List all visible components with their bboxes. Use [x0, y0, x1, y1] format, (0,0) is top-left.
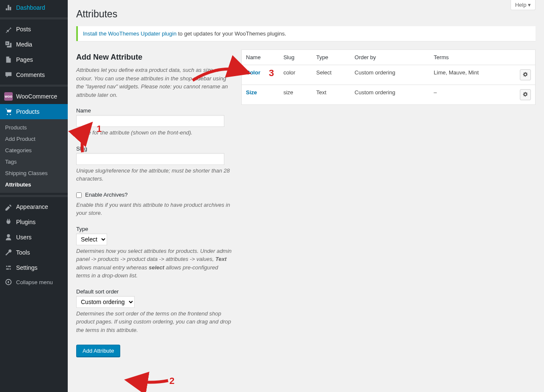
gear-icon: [522, 71, 528, 79]
nav-tools[interactable]: Tools: [0, 245, 68, 260]
woocommerce-icon: woo: [4, 92, 13, 101]
sort-help: Determines the sort order of the terms o…: [76, 310, 233, 334]
attr-orderby: Custom ordering: [351, 65, 430, 85]
sub-attributes[interactable]: Attributes: [0, 179, 68, 190]
name-help: Name for the attribute (shown on the fro…: [76, 129, 233, 137]
table-row: Size size Text Custom ordering –: [242, 85, 536, 105]
tools-icon: [4, 248, 13, 257]
attr-terms: –: [430, 85, 516, 105]
nav-label: Users: [16, 234, 32, 241]
main-content: Help ▾ Attributes Install the WooThemes …: [68, 0, 544, 392]
type-select[interactable]: Select: [76, 233, 107, 245]
th-slug: Slug: [279, 50, 312, 65]
sort-label: Default sort order: [76, 288, 233, 295]
slug-input[interactable]: [76, 153, 224, 165]
annotation-arrow-2: [126, 372, 172, 389]
nav-woocommerce[interactable]: woo WooCommerce: [0, 89, 68, 104]
archives-checkbox[interactable]: [76, 192, 82, 198]
attr-name-link[interactable]: Color: [246, 69, 260, 76]
nav-appearance[interactable]: Appearance: [0, 199, 68, 214]
nav-label: Settings: [16, 264, 38, 271]
sub-categories[interactable]: Categories: [0, 145, 68, 156]
th-type: Type: [312, 50, 350, 65]
sub-products[interactable]: Products: [0, 122, 68, 133]
annotation-number-2: 2: [169, 376, 174, 387]
nav-posts[interactable]: Posts: [0, 22, 68, 37]
collapse-menu[interactable]: Collapse menu: [0, 275, 68, 289]
slug-label: Slug: [76, 145, 233, 152]
th-terms: Terms: [430, 50, 516, 65]
nav-label: WooCommerce: [16, 93, 57, 100]
archives-label: Enable Archives?: [85, 192, 127, 198]
sub-add-product[interactable]: Add Product: [0, 133, 68, 145]
add-attribute-button[interactable]: Add Attribute: [76, 345, 120, 357]
attr-type: Text: [312, 85, 350, 105]
slug-help: Unique slug/reference for the attribute;…: [76, 167, 233, 183]
table-row: Color color Select Custom ordering Lime,…: [242, 65, 536, 85]
th-actions: [516, 50, 536, 65]
dashboard-icon: [4, 3, 13, 12]
type-help: Determines how you select attributes for…: [76, 247, 233, 280]
type-label: Type: [76, 226, 233, 232]
admin-sidebar: Dashboard Posts Media Pages: [0, 0, 68, 392]
menu-separator: [0, 195, 68, 197]
products-submenu: Products Add Product Categories Tags Shi…: [0, 119, 68, 193]
nav-settings[interactable]: Settings: [0, 260, 68, 275]
plugins-icon: [4, 218, 13, 226]
notice-link[interactable]: Install the WooThemes Updater plugin: [83, 30, 177, 37]
nav-label: Tools: [16, 249, 30, 256]
attr-slug: size: [279, 85, 312, 105]
menu-separator: [0, 85, 68, 87]
page-title: Attributes: [76, 8, 536, 20]
nav-label: Pages: [16, 56, 33, 63]
help-tab[interactable]: Help ▾: [511, 0, 536, 10]
attr-slug: color: [279, 65, 312, 85]
comments-icon: [4, 71, 13, 79]
collapse-icon: [4, 279, 13, 285]
attr-type: Select: [312, 65, 350, 85]
sort-select[interactable]: Custom ordering: [76, 296, 135, 308]
sub-shipping-classes[interactable]: Shipping Classes: [0, 167, 68, 179]
nav-label: Media: [16, 41, 32, 48]
updater-notice: Install the WooThemes Updater plugin to …: [76, 26, 536, 41]
attr-terms: Lime, Mauve, Mint: [430, 65, 516, 85]
name-input[interactable]: [76, 115, 224, 127]
menu-separator: [0, 17, 68, 19]
attributes-table-wrap: Name Slug Type Order by Terms Color colo…: [241, 49, 536, 357]
media-icon: [4, 40, 13, 49]
pin-icon: [4, 25, 13, 33]
th-orderby: Order by: [351, 50, 430, 65]
add-attribute-form: Add New Attribute Attributes let you def…: [76, 49, 233, 357]
settings-icon: [4, 263, 13, 272]
nav-users[interactable]: Users: [0, 230, 68, 245]
collapse-label: Collapse menu: [16, 279, 53, 285]
pages-icon: [4, 55, 13, 64]
nav-plugins[interactable]: Plugins: [0, 214, 68, 230]
archives-help: Enable this if you want this attribute t…: [76, 201, 233, 217]
nav-label: Posts: [16, 26, 31, 33]
configure-button[interactable]: [520, 69, 531, 80]
nav-comments[interactable]: Comments: [0, 67, 68, 82]
sub-tags[interactable]: Tags: [0, 156, 68, 167]
th-name: Name: [242, 50, 279, 65]
appearance-icon: [4, 203, 13, 211]
name-label: Name: [76, 107, 233, 114]
nav-media[interactable]: Media: [0, 37, 68, 52]
attr-orderby: Custom ordering: [351, 85, 430, 105]
configure-button[interactable]: [520, 89, 531, 100]
attr-name-link[interactable]: Size: [246, 89, 257, 96]
nav-label: Products: [16, 108, 39, 115]
gear-icon: [522, 91, 528, 99]
notice-text: to get updates for your WooThemes plugin…: [177, 30, 286, 37]
attributes-table: Name Slug Type Order by Terms Color colo…: [241, 49, 536, 105]
nav-label: Plugins: [16, 219, 36, 225]
nav-pages[interactable]: Pages: [0, 52, 68, 67]
form-title: Add New Attribute: [76, 53, 233, 62]
nav-label: Dashboard: [16, 4, 45, 11]
users-icon: [4, 233, 13, 241]
form-intro: Attributes let you define extra product …: [76, 66, 233, 99]
nav-dashboard[interactable]: Dashboard: [0, 0, 68, 15]
nav-label: Comments: [16, 71, 45, 78]
nav-products[interactable]: Products: [0, 104, 68, 119]
nav-label: Appearance: [16, 203, 48, 210]
